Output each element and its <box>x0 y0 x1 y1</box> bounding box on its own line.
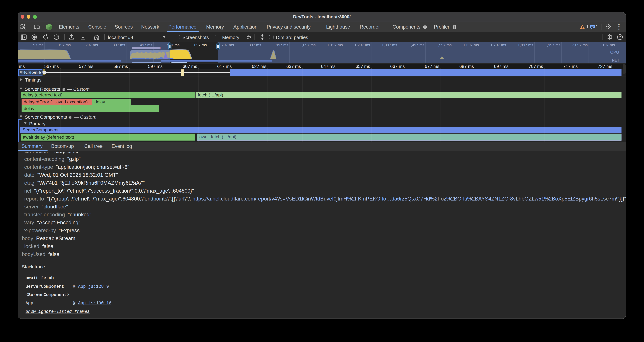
svg-text:?: ? <box>619 35 621 39</box>
